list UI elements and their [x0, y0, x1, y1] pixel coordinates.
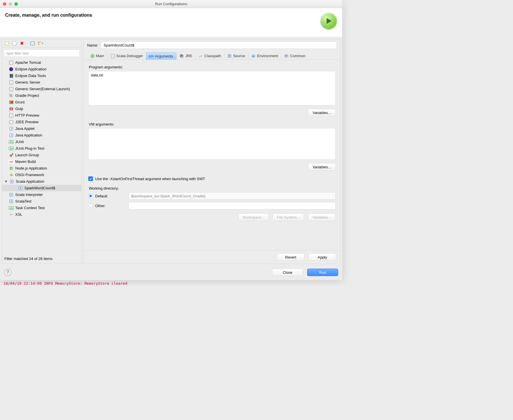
tree-item[interactable]: ▼SScala Application [2, 178, 81, 185]
tree-item[interactable]: JuJUnit Plug-in Test [2, 145, 81, 152]
tree-item-label: Java Application [15, 133, 42, 137]
tab-arguments[interactable]: (x)=Arguments [146, 52, 176, 60]
config-type-icon [9, 67, 14, 72]
tree-item[interactable]: 🗄️Eclipse Data Tools [2, 72, 81, 79]
tree-item[interactable]: SSparkWordCount$ [2, 185, 81, 191]
tree-item-label: OSGi Framework [15, 173, 44, 177]
tab-classpath[interactable]: Classpath [196, 52, 224, 59]
tree-item[interactable]: 🐗Grunt [2, 99, 81, 105]
run-button[interactable]: Run [307, 269, 338, 276]
tree-item-label: Launch Group [15, 153, 39, 157]
tree-item-label: SparkWordCount$ [24, 186, 55, 190]
wd-workspace-button[interactable]: Workspace... [238, 213, 269, 221]
wd-default-input [129, 192, 336, 200]
new-config-button[interactable] [4, 40, 10, 47]
tree-item-label: Scala Application [16, 179, 44, 184]
revert-button[interactable]: Revert [277, 253, 305, 261]
tab-common[interactable]: Common [281, 52, 309, 59]
radio-off-icon [88, 203, 93, 208]
tree-item[interactable]: JJava Applet [2, 125, 81, 132]
tree-item-label: Apache Tomcat [15, 60, 41, 65]
vm-args-label: VM arguments: [89, 122, 336, 126]
tab-icon [251, 54, 256, 58]
svg-rect-3 [252, 55, 254, 57]
apply-button[interactable]: Apply [309, 253, 336, 261]
dialog-footer: ? Close Run [0, 266, 342, 280]
tab-main[interactable]: Main [87, 52, 107, 59]
delete-config-button[interactable]: ✖ [19, 40, 25, 47]
close-button[interactable]: Close [272, 269, 303, 276]
tab-label: Common [290, 54, 305, 58]
configurations-sidebar: ✖ ▾ Apache TomcatEclipse Application🗄️Ec… [2, 39, 82, 264]
vm-variables-button[interactable]: Variables... [308, 163, 336, 171]
swt-checkbox-row[interactable]: Use the -XstartOnFirstThread argument wh… [88, 176, 336, 181]
tab-environment[interactable]: Environment [248, 52, 281, 59]
console-log-line: 18/04/19 22:14:09 INFO MemoryStore: Memo… [0, 280, 513, 286]
tree-item-label: Maven Build [15, 159, 36, 164]
dialog-title: Create, manage, and run configurations [5, 13, 92, 18]
name-row: Name: [84, 39, 340, 51]
tree-item[interactable]: nNode.js Application [2, 165, 81, 172]
tree-item-label: JUnit Plug-in Test [15, 146, 44, 151]
swt-checkbox[interactable] [88, 176, 93, 181]
duplicate-config-button[interactable] [11, 40, 18, 47]
config-type-icon: S [18, 186, 23, 190]
tree-item-label: Eclipse Data Tools [15, 74, 46, 78]
config-type-icon: n [9, 166, 14, 171]
tree-item[interactable]: HTTP Preview [2, 112, 81, 119]
collapse-all-button[interactable] [29, 40, 36, 47]
run-icon [320, 13, 337, 29]
program-args-textarea[interactable]: data.txt [88, 71, 336, 105]
name-input[interactable] [101, 41, 337, 49]
tree-item[interactable]: 🐘Gradle Project [2, 92, 81, 99]
tree-item[interactable]: Generic Server(External Launch) [2, 86, 81, 92]
program-variables-button[interactable]: Variables... [308, 109, 336, 116]
tab-icon [110, 54, 115, 58]
wd-variables-button[interactable]: Variables... [308, 213, 336, 221]
tree-item[interactable]: Generic Server [2, 79, 81, 86]
configurations-tree[interactable]: Apache TomcatEclipse Application🗄️Eclips… [2, 59, 81, 255]
tab-label: Classpath [204, 54, 221, 58]
tab-source[interactable]: Source [224, 52, 248, 59]
tree-item[interactable]: Eclipse Application [2, 66, 81, 72]
arguments-tab-body: Program arguments: data.txt Variables...… [84, 60, 340, 250]
config-type-icon: ⊕ [9, 173, 14, 177]
wd-other-input[interactable] [129, 202, 336, 209]
tree-item[interactable]: m2Maven Build [2, 158, 81, 165]
tree-item-label: XSL [15, 212, 22, 217]
config-type-icon: S [9, 192, 14, 197]
tab-jre[interactable]: 📚JRE [176, 52, 196, 59]
config-type-icon: 🗄️ [9, 74, 14, 78]
config-type-icon: J [9, 133, 14, 138]
config-type-icon: Ju [9, 146, 14, 151]
wd-filesystem-button[interactable]: File System... [273, 213, 304, 221]
tree-item[interactable]: JuJUnit [2, 138, 81, 145]
tree-item[interactable]: SScala Interpreter [2, 191, 81, 198]
config-type-icon [9, 80, 14, 85]
tree-item[interactable]: J2EE Preview [2, 119, 81, 125]
wd-other-radio[interactable]: Other: [88, 203, 129, 208]
help-button[interactable]: ? [4, 269, 12, 276]
tab-icon: (x)= [149, 54, 154, 58]
tab-icon [199, 54, 203, 58]
titlebar: Run Configurations [0, 0, 342, 8]
tree-item[interactable]: JuTask Context Test [2, 205, 81, 211]
tab-scala-debugger[interactable]: Scala Debugger [107, 52, 146, 59]
tree-item[interactable]: ✂XSL [2, 211, 81, 218]
tree-item[interactable]: 🚀Launch Group [2, 152, 81, 158]
tree-item[interactable]: ⊕OSGi Framework [2, 172, 81, 178]
wd-default-radio[interactable]: Default: [88, 194, 129, 198]
apply-row: Revert Apply [84, 250, 340, 264]
tree-item-label: Gradle Project [15, 93, 39, 98]
filter-button[interactable]: ▾ [37, 40, 43, 47]
tree-item[interactable]: SScalaTest [2, 198, 81, 205]
tree-item[interactable]: GGulp [2, 105, 81, 112]
tree-item[interactable]: Apache Tomcat [2, 59, 81, 66]
tree-item-label: JUnit [15, 140, 24, 144]
filter-input[interactable] [4, 49, 80, 57]
config-type-icon: Ju [9, 140, 14, 144]
tree-item-label: Scala Interpreter [15, 192, 43, 197]
vm-args-textarea[interactable] [88, 128, 336, 160]
tree-item[interactable]: JJava Application [2, 132, 81, 138]
name-label: Name: [87, 43, 98, 47]
